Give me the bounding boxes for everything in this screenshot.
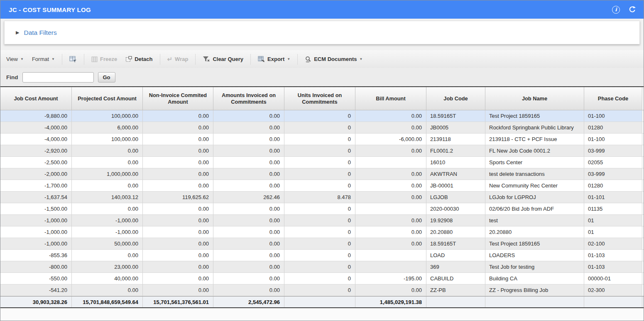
data-filters-panel[interactable]: ▶ Data Filters	[4, 21, 640, 44]
detach-button[interactable]: Detach	[121, 54, 157, 65]
table-cell: -2,000.00	[0, 168, 72, 180]
table-cell: 01-101	[584, 192, 642, 203]
info-icon[interactable]: i	[612, 6, 620, 14]
column-header[interactable]: Projected Cost Amount	[72, 87, 143, 110]
detach-icon	[125, 56, 132, 62]
table-cell: New Community Rec Center	[485, 180, 584, 192]
table-cell: -1,700.00	[0, 180, 72, 192]
table-row[interactable]: -2,000.001,000,000.000.000.0000.00AKWTRA…	[0, 168, 644, 180]
table-cell: 01-100	[584, 110, 642, 122]
column-header[interactable]: Job Cost Amount	[0, 87, 72, 110]
table-cell: 0.00	[355, 215, 426, 226]
table-cell: 0.00	[355, 285, 426, 296]
table-cell: 0.00	[355, 145, 426, 157]
totals-cell	[584, 297, 642, 307]
table-row[interactable]: -4,000.006,000.000.000.0000.00JB0005Rock…	[0, 122, 644, 134]
table-row[interactable]: -2,500.000.000.000.00016010Sports Center…	[0, 157, 644, 168]
table-cell: 0.00	[213, 226, 284, 238]
table-row[interactable]: -1,500.000.000.000.0002020-0003002/06/20…	[0, 203, 644, 215]
data-filters-label[interactable]: Data Filters	[24, 29, 56, 36]
table-cell: LGJob for LGPROJ	[485, 192, 584, 203]
table-cell: 8.478	[284, 192, 355, 203]
disclosure-triangle-icon[interactable]: ▶	[16, 30, 19, 35]
column-header[interactable]: Job Code	[426, 87, 485, 110]
header-filler	[642, 87, 644, 110]
table-cell: -541.20	[0, 285, 72, 296]
go-button[interactable]: Go	[98, 72, 115, 83]
table-row[interactable]: -1,700.000.000.000.0000.00JB-00001New Co…	[0, 180, 644, 192]
info-glyph: i	[615, 7, 617, 12]
table-cell: test	[485, 215, 584, 226]
table-cell: 369	[426, 261, 485, 273]
format-menu[interactable]: Format ▼	[28, 54, 59, 65]
table-cell: -800.00	[0, 261, 72, 273]
row-filler	[642, 238, 644, 250]
table-cell: 0	[284, 203, 355, 215]
table-cell: 18.59165T	[426, 238, 485, 250]
table-row[interactable]: -855.360.000.000.000LOADLOADERS01-103	[0, 250, 644, 261]
row-filler	[642, 192, 644, 203]
table-cell: AKWTRAN	[426, 168, 485, 180]
table-cell: 0	[284, 226, 355, 238]
table-row[interactable]: -541.200.000.000.0000.00ZZ-PBZZ - Progre…	[0, 285, 644, 296]
row-filler	[642, 110, 644, 122]
table-cell: 0.00	[355, 192, 426, 203]
clear-query-icon	[203, 56, 210, 62]
toolbar-divider	[250, 54, 251, 65]
table-row[interactable]: -2,920.000.000.000.0000.00FL0001.2FL New…	[0, 145, 644, 157]
table-cell: FL New Job Code 0001.2	[485, 145, 584, 157]
toolbar-divider	[297, 54, 298, 65]
bottom-strip	[0, 308, 644, 321]
ecm-documents-menu[interactable]: ECM Documents ▼	[301, 54, 367, 65]
table-cell: 02-300	[584, 285, 642, 296]
clear-query-button[interactable]: Clear Query	[198, 54, 247, 65]
table-cell: 03-999	[584, 145, 642, 157]
table-cell: JB0005	[426, 122, 485, 134]
column-header[interactable]: Job Name	[485, 87, 584, 110]
table-cell: ZZ-PB	[426, 285, 485, 296]
row-filler	[642, 134, 644, 145]
view-menu[interactable]: View ▼	[2, 54, 28, 65]
table-cell: -4,000.00	[0, 122, 72, 134]
query-by-example-button[interactable]	[65, 54, 81, 65]
table-row[interactable]: -1,637.54140,003.12119,625.62262.468.478…	[0, 192, 644, 203]
wrap-button: ↵ Wrap	[163, 53, 193, 66]
refresh-icon[interactable]	[628, 6, 636, 14]
table-cell: 0.00	[72, 285, 143, 296]
row-filler	[642, 285, 644, 296]
totals-cell: 15,701,848,659,549.64	[72, 297, 143, 307]
table-cell: 0.00	[213, 273, 284, 285]
table-cell: 01280	[584, 122, 642, 134]
table-cell: 0.00	[355, 110, 426, 122]
table-cell: 0.00	[355, 122, 426, 134]
toolbar-divider	[84, 54, 84, 65]
table-row[interactable]: -1,000.0050,000.000.000.0000.0018.59165T…	[0, 238, 644, 250]
table-cell: 50,000.00	[72, 238, 143, 250]
toolbar-divider	[160, 54, 160, 65]
find-input[interactable]	[22, 72, 94, 83]
table-row[interactable]: -550.0040,000.000.000.000-195.00CABUILDB…	[0, 273, 644, 285]
row-filler	[642, 168, 644, 180]
table-cell: -9,880.00	[0, 110, 72, 122]
table-row[interactable]: -4,000.00100,000.000.000.000-6,000.00213…	[0, 134, 644, 145]
column-header[interactable]: Amounts Invoiced on Commitments	[213, 87, 284, 110]
table-row[interactable]: -1,000.00-1,000.000.000.0000.0019.92908t…	[0, 215, 644, 226]
table-cell: 0.00	[143, 203, 213, 215]
table-row[interactable]: -1,000.00-1,000.000.000.0000.0020.208802…	[0, 226, 644, 238]
table-cell: 01-103	[584, 250, 642, 261]
row-filler	[642, 226, 644, 238]
table-row[interactable]: -800.0023,000.000.000.000369Test Job for…	[0, 261, 644, 273]
wrap-icon: ↵	[167, 56, 173, 63]
table-cell: 0.00	[143, 285, 213, 296]
column-header[interactable]: Units Invoiced on Commitments	[284, 87, 355, 110]
column-header[interactable]: Non-Invoice Commited Amount	[143, 87, 213, 110]
table-cell: -1,000.00	[0, 238, 72, 250]
table-cell: 23,000.00	[72, 261, 143, 273]
export-menu[interactable]: Export ▼	[254, 54, 294, 65]
table-cell: 100,000.00	[72, 134, 143, 145]
column-header[interactable]: Phase Code	[584, 87, 642, 110]
table-cell: 0.00	[143, 145, 213, 157]
table-row[interactable]: -9,880.00100,000.000.000.0000.0018.59165…	[0, 110, 644, 122]
table-cell: 01	[584, 226, 642, 238]
column-header[interactable]: Bill Amount	[355, 87, 426, 110]
